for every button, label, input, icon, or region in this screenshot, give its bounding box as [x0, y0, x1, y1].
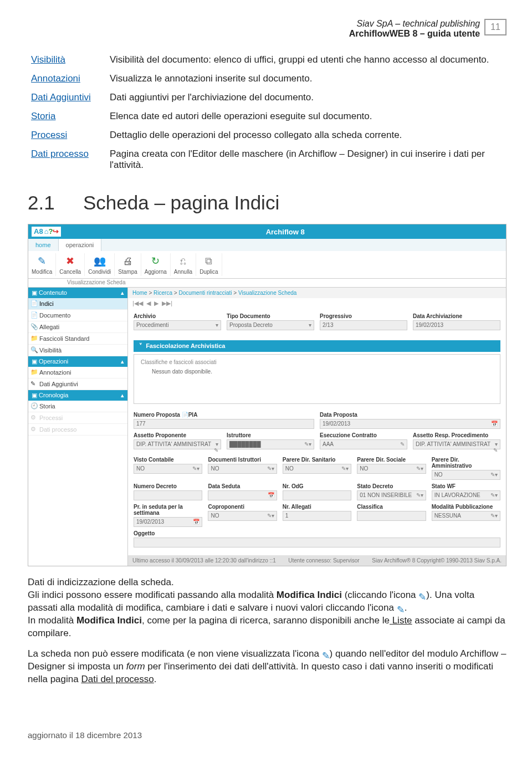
- sidebar-item-allegati[interactable]: 📎Allegati: [28, 321, 127, 333]
- field-progressivo[interactable]: 2/13: [320, 320, 407, 330]
- field-label: Tipo Documento: [227, 313, 314, 319]
- field-label: Documenti Istruttori: [208, 457, 277, 463]
- ribbon-modifica[interactable]: ✎Modifica: [28, 253, 56, 276]
- ribbon-stampa[interactable]: 🖨Stampa: [115, 253, 141, 276]
- field-input[interactable]: 1: [283, 511, 351, 521]
- dropdown-icon: ▾: [197, 465, 200, 472]
- sidebar-header[interactable]: ▣ Operazioni▴: [28, 356, 127, 367]
- crumb-item[interactable]: Home: [132, 290, 147, 296]
- ribbon-cancella[interactable]: ✖Cancella: [56, 253, 85, 276]
- tab-operazioni[interactable]: operazioni: [59, 239, 102, 251]
- ribbon: ✎Modifica✖Cancella👥Condividi🖨Stampa↻Aggi…: [28, 251, 506, 279]
- field-input[interactable]: NO▾✎: [134, 464, 202, 474]
- edit-icon: ✎: [304, 441, 309, 447]
- dropdown-icon: ▾: [421, 492, 423, 498]
- stampa-icon: 🖨: [120, 254, 136, 268]
- def-term[interactable]: Dati processo: [29, 145, 106, 174]
- field-input[interactable]: NESSUNA▾✎: [432, 511, 500, 521]
- field-input[interactable]: NO▾✎: [208, 464, 277, 474]
- section-number: 2.1: [28, 192, 83, 214]
- sidebar-item-indici[interactable]: 📄Indici: [28, 298, 127, 310]
- fascicolazione-panel-header[interactable]: ˅ Fascicolazione Archivistica: [134, 340, 500, 352]
- field-input[interactable]: NO▾✎: [283, 464, 351, 474]
- ribbon-annulla[interactable]: ⎌Annulla: [171, 253, 196, 276]
- def-desc: Dettaglio delle operazioni del processo …: [108, 126, 505, 144]
- edit-icon: ✎: [490, 472, 495, 478]
- field-input[interactable]: NO▾✎: [208, 511, 277, 521]
- exit-icon: ↪: [53, 227, 59, 237]
- field-input[interactable]: [134, 538, 500, 547]
- field-label: Stato WF: [432, 483, 500, 489]
- def-term[interactable]: Visibilità: [29, 51, 106, 69]
- field-label: Parere Dir. Sociale: [357, 457, 426, 463]
- def-term[interactable]: Processi: [29, 126, 106, 144]
- sidebar-item-processi[interactable]: ⚙Processi: [28, 412, 127, 424]
- annulla-icon: ⎌: [175, 254, 191, 268]
- section-title: Scheda – pagina Indici: [83, 192, 279, 213]
- dropdown-icon: ▾: [346, 465, 349, 472]
- field-input[interactable]: ████████▾✎: [227, 439, 314, 449]
- field-data-archiviazione[interactable]: 19/02/2013: [413, 320, 500, 330]
- crumb-item[interactable]: Visualizzazione Scheda: [238, 290, 296, 296]
- def-term[interactable]: Dati Aggiuntivi: [29, 89, 106, 106]
- ribbon-group-label: Visualizzazione Scheda: [28, 279, 506, 288]
- sidebar-item-storia[interactable]: 🕘Storia: [28, 401, 127, 412]
- crumb-item[interactable]: Documenti rintracciati: [178, 290, 232, 296]
- field-input[interactable]: AAA✎: [320, 439, 407, 449]
- pencil-icon-2: ✎: [322, 650, 330, 658]
- field-input[interactable]: DIP. ATTIVITA' AMMINISTRAT▾✎: [134, 439, 221, 449]
- field-input[interactable]: [357, 511, 426, 521]
- modifica-icon: ✎: [34, 254, 50, 268]
- status-copyright: Siav Archiflow® 8 Copyright© 1990-2013 S…: [372, 557, 502, 564]
- field-input[interactable]: 01 NON INSERIBILE▾✎: [357, 490, 426, 500]
- edit-icon: ✎: [493, 447, 498, 453]
- field-input[interactable]: 19/02/2013📅: [320, 419, 500, 429]
- pager[interactable]: |◀◀ ◀ ▶ ▶▶|: [128, 298, 506, 309]
- calendar-icon: 📅: [268, 492, 274, 498]
- field-label: Modalità Pubblicazione: [432, 504, 500, 510]
- sidebar-header[interactable]: ▣ Cronologia▴: [28, 390, 127, 401]
- pencil-save-icon: ✎: [397, 604, 405, 612]
- sidebar-item-visibilità[interactable]: 🔍Visibilità: [28, 345, 127, 356]
- field-input[interactable]: [283, 490, 351, 500]
- field-input[interactable]: 19/02/2013📅: [134, 517, 202, 527]
- def-desc: Pagina creata con l'Editor delle mascher…: [108, 145, 505, 174]
- field-input[interactable]: DIP. ATTIVITA' AMMINISTRAT▾✎: [413, 439, 500, 449]
- field-label: Progressivo: [320, 313, 407, 319]
- field-input[interactable]: IN LAVORAZIONE▾✎: [432, 490, 500, 500]
- sidebar-item-documento[interactable]: 📄Documento: [28, 310, 127, 321]
- collapse-icon: ▴: [121, 289, 124, 296]
- app-logo[interactable]: A8⌂?↪: [32, 227, 61, 237]
- field-label: Esecuzione Contratto: [320, 432, 407, 438]
- ribbon-condividi[interactable]: 👥Condividi: [85, 253, 115, 276]
- sidebar-item-fascicoli-standard[interactable]: 📁Fascicoli Standard: [28, 333, 127, 345]
- field-tipo-documento[interactable]: Proposta Decreto▾: [227, 320, 314, 330]
- dati-processo-link[interactable]: Dati del processo: [81, 674, 154, 684]
- field-label: Parere Dir. Amministrativo: [432, 457, 500, 469]
- crumb-item[interactable]: Ricerca: [154, 290, 172, 296]
- sidebar-header[interactable]: ▣ Contenuto▴: [28, 288, 127, 298]
- field-input[interactable]: NO▾✎: [357, 464, 426, 474]
- sidebar-item-annotazioni[interactable]: 📁Annotazioni: [28, 367, 127, 378]
- liste-link[interactable]: Liste: [390, 615, 412, 626]
- ribbon-aggiorna[interactable]: ↻Aggiorna: [141, 253, 171, 276]
- field-label: Data Proposta: [320, 412, 500, 418]
- dropdown-icon: ▾: [495, 441, 498, 447]
- tab-home[interactable]: home: [28, 239, 59, 251]
- def-term[interactable]: Annotazioni: [29, 70, 106, 88]
- ribbon-duplica[interactable]: ⧉Duplica: [196, 253, 222, 276]
- def-desc: Visualizza le annotazioni inserite sul d…: [108, 70, 505, 88]
- sidebar-item-dati-processo[interactable]: ⚙Dati processo: [28, 424, 127, 436]
- sidebar-item-dati-aggiuntivi[interactable]: ✎Dati Aggiuntivi: [28, 378, 127, 390]
- field-input[interactable]: 177: [134, 419, 314, 429]
- field-input[interactable]: [134, 490, 202, 500]
- edit-icon: ✎: [490, 492, 495, 498]
- def-term[interactable]: Storia: [29, 108, 106, 125]
- collapse-icon: ▴: [121, 392, 124, 399]
- edit-icon: ✎: [192, 465, 197, 472]
- field-input[interactable]: NO▾✎: [432, 470, 500, 480]
- field-input[interactable]: 📅: [208, 490, 277, 500]
- field-archivio[interactable]: Procedimenti▾: [134, 320, 221, 330]
- field-label: Coproponenti: [208, 504, 277, 510]
- help-icon: ?: [48, 227, 53, 237]
